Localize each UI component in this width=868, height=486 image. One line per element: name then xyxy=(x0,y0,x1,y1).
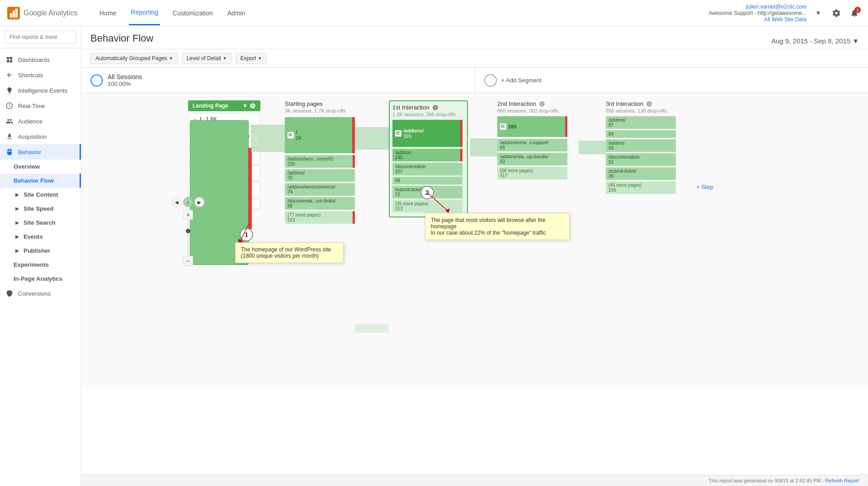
top-right-area: julien.varnet@n2clic.com Awesome Support… xyxy=(708,4,861,23)
collapse-arrow-site-content: ▶ xyxy=(15,192,19,197)
int3-box-0: /addons/ 87 xyxy=(606,116,676,129)
interaction2-header: 2nd Interaction xyxy=(497,100,536,107)
sidebar-item-site-speed[interactable]: ▶ Site Speed xyxy=(0,202,81,216)
starting-more-pages: (77 more pages) 523 xyxy=(285,211,355,224)
sidebar-item-realtime[interactable]: Real-Time xyxy=(0,98,81,113)
notifications-icon[interactable]: 1 xyxy=(848,7,861,19)
sidebar-item-shortcuts[interactable]: Shortcuts xyxy=(0,67,81,83)
starting-main-count: 2K xyxy=(296,135,302,141)
landing-dropdown-arrow: ▼ xyxy=(242,103,248,109)
landing-header-settings[interactable]: ▼ xyxy=(242,103,256,109)
starting-sessions: 3K sessions, 1.7K drop-offs xyxy=(285,108,362,113)
int2-count-2: 63 xyxy=(500,159,565,164)
realtime-icon xyxy=(5,102,14,110)
int1-page-0: /addons/ xyxy=(403,128,424,133)
site-content-label: Site Content xyxy=(24,191,58,198)
interaction1-header-row: 1st Interaction xyxy=(392,104,464,111)
tooltip2-line2: In our case about 22% of the "homepage" … xyxy=(431,230,564,236)
svg-rect-1 xyxy=(10,13,12,18)
sidebar-item-intelligence[interactable]: Intelligence Events xyxy=(0,83,81,98)
date-range-picker[interactable]: Aug 9, 2015 - Sep 8, 2015 ▼ xyxy=(771,37,859,45)
nav-home-btn[interactable]: ⌂ xyxy=(183,197,193,207)
nav-home[interactable]: Home xyxy=(98,1,118,25)
zoom-out-btn[interactable]: − xyxy=(183,256,193,266)
int1-count-0: 395 xyxy=(403,133,424,139)
sidebar-item-site-content[interactable]: ▶ Site Content xyxy=(0,188,81,202)
sidebar-item-behavior-flow[interactable]: Behavior Flow xyxy=(0,174,81,188)
tooltip1-line1: The homepage of our WordPress site xyxy=(241,246,338,253)
starting-page-1: /addons/ 76 xyxy=(285,169,355,182)
interaction3-sessions: 558 sessions, 138 drop-offs xyxy=(606,108,685,113)
sidebar-item-conversions[interactable]: Conversions xyxy=(0,286,81,301)
nav-reporting[interactable]: Reporting xyxy=(129,0,160,25)
all-sessions-segment[interactable]: All Sessions 100.00% xyxy=(81,68,475,93)
int3-box-2: /addons 58 xyxy=(606,139,676,152)
sidebar-item-behavior[interactable]: Behavior xyxy=(0,144,81,160)
zoom-in-btn[interactable]: + xyxy=(183,210,193,220)
int2-box-2: /addons/sta...up-bundle/ 63 xyxy=(497,153,567,165)
landing-page-header: Landing Page ▼ xyxy=(188,100,260,111)
int3-count-0: 87 xyxy=(609,123,673,127)
starting-page-1-label: /addons/ xyxy=(288,170,352,175)
sidebar-item-audience[interactable]: Audience xyxy=(0,113,81,129)
settings-icon[interactable] xyxy=(830,7,843,19)
behavior-icon xyxy=(5,148,14,156)
nav-admin[interactable]: Admin xyxy=(226,1,247,25)
interaction1-header: 1st Interaction xyxy=(392,104,429,111)
sidebar-item-overview[interactable]: Overview xyxy=(0,160,81,174)
sidebar-item-in-page[interactable]: In-Page Analytics xyxy=(0,272,81,286)
grouped-pages-btn[interactable]: Automatically Grouped Pages ▼ xyxy=(90,53,178,64)
conversions-icon xyxy=(5,289,14,297)
level-detail-btn[interactable]: Level of Detail ▼ xyxy=(182,53,232,64)
sidebar-item-acquisition[interactable]: Acquisition xyxy=(0,129,81,144)
sidebar-item-dashboards[interactable]: Dashboards xyxy=(0,52,81,67)
int1-label-1: /addons xyxy=(395,150,460,155)
refresh-link[interactable]: Refresh Report xyxy=(825,478,859,483)
interaction3-header: 3rd Interaction xyxy=(606,100,643,107)
int2-main-box: 185 xyxy=(497,116,567,137)
dashboards-label: Dashboards xyxy=(18,57,50,63)
top-navigation: Google Analytics Home Reporting Customiz… xyxy=(0,0,868,26)
interaction2-sessions: 860 sessions, 302 drop-offs xyxy=(497,108,576,113)
int1-box-1: /addons 240 xyxy=(392,149,462,161)
search-box xyxy=(0,26,81,48)
acquisition-icon xyxy=(5,132,14,141)
sidebar-item-experiments[interactable]: Experiments xyxy=(0,258,81,272)
search-input[interactable] xyxy=(5,31,76,43)
int1-dropout-0 xyxy=(460,120,462,147)
main-layout: Dashboards Shortcuts Intelligence Events xyxy=(0,26,868,486)
landing-settings-icon[interactable] xyxy=(250,103,256,109)
int2-more-label: (58 more pages) xyxy=(500,168,565,173)
export-btn[interactable]: Export ▼ xyxy=(236,53,267,64)
int1-count-1: 240 xyxy=(395,155,460,160)
user-email[interactable]: julien.varnet@n2clic.com xyxy=(708,4,807,10)
add-segment-btn[interactable]: + Add Segment xyxy=(475,68,868,93)
int2-box-1: /addons/ema...l-support/ 66 xyxy=(497,139,567,151)
int1-count-2: 107 xyxy=(395,169,460,174)
footer-bar: This report was generated on 9/9/15 at 2… xyxy=(81,475,868,486)
flow-area: All Sessions 100.00% + Add Segment ◀ ⌂ ▶ xyxy=(81,68,868,475)
nav-links: Home Reporting Customization Admin xyxy=(89,0,708,25)
sidebar-item-publisher[interactable]: ▶ Publisher xyxy=(0,244,81,258)
notification-badge: 1 xyxy=(854,7,861,13)
int2-label-1: /addons/ema...l-support/ xyxy=(500,140,565,145)
int1-more-count: 313 xyxy=(395,206,460,211)
int2-label-2: /addons/sta...up-bundle/ xyxy=(500,154,565,159)
interaction1-main-box: /addons/ 395 xyxy=(392,120,462,147)
int3-count-4: 39 xyxy=(609,174,673,179)
nav-customization[interactable]: Customization xyxy=(171,1,215,25)
in-page-label: In-Page Analytics xyxy=(14,275,62,282)
acquisition-label: Acquisition xyxy=(18,133,47,140)
segment-name: All Sessions xyxy=(108,73,142,80)
step-btn[interactable]: + Step xyxy=(696,184,713,190)
int3-more-count: 238 xyxy=(609,188,673,193)
navigation-controls: ◀ ⌂ ▶ + − xyxy=(172,197,204,266)
sidebar-item-events[interactable]: ▶ Events xyxy=(0,230,81,244)
interaction2-header-row: 2nd Interaction xyxy=(497,100,576,107)
account-dropdown-icon[interactable]: ▼ xyxy=(812,7,825,19)
int3-label-0: /addons/ xyxy=(609,118,673,123)
user-site[interactable]: All Web Site Data xyxy=(708,16,807,23)
nav-next-btn[interactable]: ▶ xyxy=(194,197,204,207)
sidebar-item-site-search[interactable]: ▶ Site Search xyxy=(0,216,81,230)
nav-prev-btn[interactable]: ◀ xyxy=(172,197,182,207)
